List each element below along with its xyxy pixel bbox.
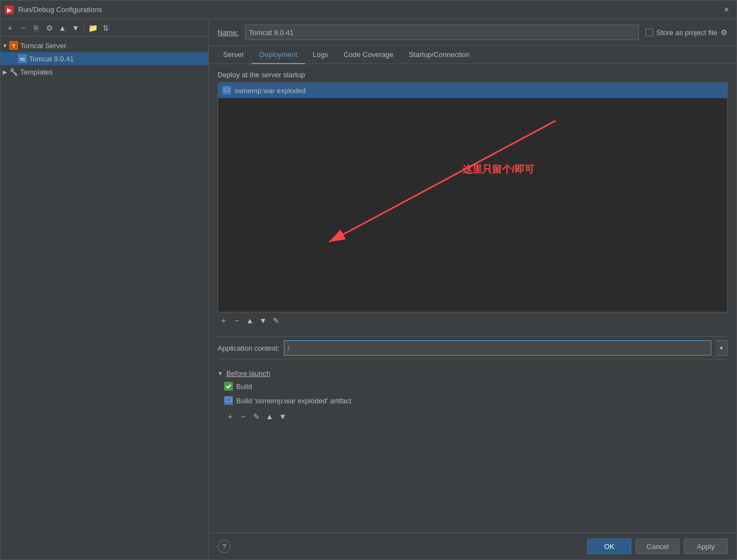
deploy-down-button[interactable]: ▼ (257, 315, 269, 327)
deploy-item-0[interactable]: ssmemp:war exploded (218, 83, 727, 98)
deploy-item-label-0: ssmemp:war exploded (235, 87, 306, 95)
store-project-file-area: Store as project file ⚙ (645, 28, 728, 37)
config-tabs: Server Deployment Logs Code Coverage Sta… (209, 46, 736, 64)
left-toolbar: + − ⎘ ⚙ ▲ ▼ 📁 ⇅ (1, 19, 208, 37)
app-context-label: Application context: (218, 344, 279, 352)
tab-startup-connection[interactable]: Startup/Connection (401, 46, 477, 64)
tab-code-coverage[interactable]: Code Coverage (336, 46, 401, 64)
add-config-button[interactable]: + (4, 22, 16, 34)
remove-config-button[interactable]: − (17, 22, 29, 34)
app-context-input[interactable] (284, 340, 711, 356)
templates-group[interactable]: ▶ 🔧 Templates (1, 65, 208, 78)
deployment-tab-content: Deploy at the server startup (209, 64, 736, 533)
app-context-row: Application context: ▼ (218, 336, 728, 359)
sort-config-button[interactable]: ⇅ (100, 22, 112, 34)
down-config-button[interactable]: ▼ (70, 22, 82, 34)
before-launch-label-1: Build 'ssmemp:war exploded' artifact (236, 397, 351, 405)
store-project-file-gear[interactable]: ⚙ (721, 28, 728, 37)
run-debug-configurations-dialog: ▶ Run/Debug Configurations × + − ⎘ ⚙ ▲ ▼… (0, 0, 737, 560)
right-panel: Name: Store as project file ⚙ Server Dep… (209, 19, 736, 559)
config-tree: ▼ T Tomcat Server TC (1, 37, 208, 559)
before-launch-header: ▼ Before launch (218, 366, 728, 380)
app-icon: ▶ (5, 5, 14, 14)
deploy-annotation-area: ssmemp:war exploded 这里 (218, 82, 728, 312)
before-launch-label-0: Build (236, 382, 252, 391)
deploy-edit-button[interactable]: ✎ (270, 315, 282, 327)
before-launch-edit-button[interactable]: ✎ (250, 410, 262, 422)
annotation-text: 这里只留个/即可 (462, 163, 534, 176)
deploy-item-icon-0 (222, 86, 231, 95)
app-context-dropdown[interactable]: ▼ (716, 340, 728, 356)
before-launch-title: Before launch (226, 369, 270, 378)
deploy-list: ssmemp:war exploded (218, 82, 728, 312)
deploy-toolbar: + − ▲ ▼ ✎ (218, 312, 728, 330)
tab-deployment[interactable]: Deployment (252, 46, 305, 64)
before-launch-collapse-arrow[interactable]: ▼ (218, 370, 223, 376)
before-launch-icon-1 (224, 396, 233, 405)
config-header: Name: Store as project file ⚙ (209, 19, 736, 46)
deploy-section-title: Deploy at the server startup (218, 71, 728, 79)
folder-config-button[interactable]: 📁 (87, 22, 99, 34)
deploy-remove-button[interactable]: − (231, 315, 243, 327)
bottom-bar: ? OK Cancel Apply (209, 533, 736, 559)
before-launch-add-button[interactable]: + (224, 410, 236, 422)
deploy-add-button[interactable]: + (218, 315, 230, 327)
settings-config-button[interactable]: ⚙ (43, 22, 55, 34)
svg-text:▶: ▶ (7, 7, 12, 13)
deploy-up-button[interactable]: ▲ (244, 315, 256, 327)
dialog-title: Run/Debug Configurations (18, 5, 721, 14)
before-launch-item-1: Build 'ssmemp:war exploded' artifact (224, 394, 728, 407)
copy-config-button[interactable]: ⎘ (30, 22, 42, 34)
templates-icon: 🔧 (9, 67, 18, 76)
left-panel: + − ⎘ ⚙ ▲ ▼ 📁 ⇅ ▼ T (1, 19, 209, 559)
ok-button[interactable]: OK (587, 539, 631, 554)
svg-text:TC: TC (20, 57, 26, 62)
store-project-file-checkbox[interactable] (645, 28, 653, 36)
name-input[interactable] (245, 25, 638, 40)
title-bar: ▶ Run/Debug Configurations × (1, 1, 736, 19)
help-button[interactable]: ? (218, 540, 231, 553)
tomcat-instance-icon: TC (18, 54, 27, 63)
before-launch-section: ▼ Before launch Build (218, 366, 728, 426)
templates-arrow: ▶ (1, 67, 9, 76)
before-launch-icon-0 (224, 382, 233, 391)
tab-server[interactable]: Server (215, 46, 252, 64)
before-launch-item-0: Build (224, 380, 728, 393)
svg-rect-9 (224, 382, 233, 391)
before-launch-remove-button[interactable]: − (237, 410, 249, 422)
name-label: Name: (218, 28, 238, 37)
before-launch-up-button[interactable]: ▲ (264, 410, 276, 422)
tab-logs[interactable]: Logs (305, 46, 336, 64)
cancel-button[interactable]: Cancel (636, 539, 679, 554)
store-project-file-label: Store as project file (656, 28, 717, 37)
templates-label: Templates (20, 68, 53, 76)
tomcat-group-icon: T (9, 41, 18, 50)
toolbar-separator (84, 23, 84, 33)
before-launch-list: Build Build 'ssmemp:war exploded' artifa… (218, 380, 728, 407)
tomcat-group-arrow: ▼ (1, 41, 9, 50)
deploy-section: Deploy at the server startup (218, 71, 728, 330)
tomcat-instance-item[interactable]: TC Tomcat 9.0.41 (1, 52, 208, 65)
close-button[interactable]: × (721, 4, 732, 15)
tomcat-server-group[interactable]: ▼ T Tomcat Server (1, 39, 208, 52)
main-content: + − ⎘ ⚙ ▲ ▼ 📁 ⇅ ▼ T (1, 19, 736, 559)
up-config-button[interactable]: ▲ (56, 22, 68, 34)
before-launch-down-button[interactable]: ▼ (277, 410, 289, 422)
before-launch-toolbar: + − ✎ ▲ ▼ (218, 407, 728, 426)
tomcat-server-label: Tomcat Server (20, 42, 66, 50)
tomcat-instance-label: Tomcat 9.0.41 (29, 55, 74, 63)
svg-text:T: T (12, 43, 15, 49)
apply-button[interactable]: Apply (684, 539, 728, 554)
